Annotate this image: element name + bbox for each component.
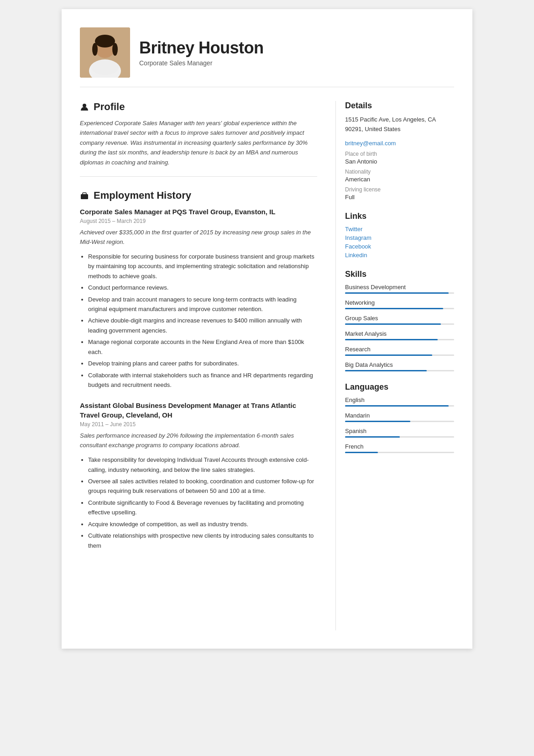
skill-market-analysis: Market Analysis <box>345 330 454 340</box>
svg-point-4 <box>92 43 98 56</box>
skill-bar-fill <box>345 323 441 325</box>
profile-section-title: Profile <box>94 101 125 113</box>
svg-point-6 <box>91 60 119 75</box>
sidebar: Details 1515 Pacific Ave, Los Angeles, C… <box>335 101 454 630</box>
skill-bar-bg <box>345 323 454 325</box>
lang-spanish: Spanish <box>345 428 454 438</box>
skill-name: Networking <box>345 299 454 306</box>
skill-bar-bg <box>345 339 454 340</box>
skill-bar-fill <box>345 339 438 340</box>
svg-rect-9 <box>83 193 86 195</box>
link-twitter[interactable]: Twitter <box>345 226 454 233</box>
skill-big-data-analytics: Big Data Analytics <box>345 361 454 371</box>
employment-section-header: Employment History <box>80 190 317 201</box>
resume-header: Britney Houston Corporate Sales Manager <box>80 27 454 87</box>
candidate-title: Corporate Sales Manager <box>139 59 264 67</box>
skill-research: Research <box>345 346 454 356</box>
lang-bar-bg <box>345 405 454 407</box>
lang-bar-fill <box>345 421 410 422</box>
lang-bar-fill <box>345 405 449 407</box>
lang-bar-fill <box>345 436 400 438</box>
profile-section-header: Profile <box>80 101 317 113</box>
skill-bar-bg <box>345 308 454 309</box>
bullet-item: Manage regional corporate accounts in th… <box>88 337 317 357</box>
skill-bar-fill <box>345 370 427 371</box>
resume-container: Britney Houston Corporate Sales Manager … <box>62 9 472 649</box>
job-entry-2: Assistant Global Business Development Ma… <box>80 401 317 550</box>
bullet-item: Develop and train account managers to se… <box>88 295 317 314</box>
employment-section-title: Employment History <box>94 190 191 201</box>
avatar <box>80 27 130 78</box>
svg-point-5 <box>112 43 118 56</box>
main-content: Profile Experienced Corporate Sales Mana… <box>80 101 335 630</box>
skill-bar-bg <box>345 370 454 371</box>
svg-point-3 <box>95 35 115 48</box>
bullet-item: Responsible for securing business for co… <box>88 252 317 281</box>
lang-bar-bg <box>345 436 454 438</box>
bullet-item: Collaborate with internal stakeholders s… <box>88 370 317 390</box>
bullet-item: Take responsibility for developing Indiv… <box>88 455 317 475</box>
job-entry-1: Corporate Sales Manager at PQS Travel Gr… <box>80 207 317 390</box>
address: 1515 Pacific Ave, Los Angeles, CA 90291,… <box>345 115 454 134</box>
links-section-title: Links <box>345 211 454 221</box>
place-of-birth-value: San Antonio <box>345 158 454 165</box>
skills-section-title: Skills <box>345 270 454 279</box>
bullet-item: Conduct performance reviews. <box>88 283 317 292</box>
job-bullets-1: Responsible for securing business for co… <box>80 252 317 390</box>
lang-mandarin: Mandarin <box>345 412 454 422</box>
skill-bar-fill <box>345 308 443 309</box>
job-bullets-2: Take responsibility for developing Indiv… <box>80 455 317 550</box>
job-date-2: May 2011 – June 2015 <box>80 421 317 428</box>
bullet-item: Cultivate relationships with prospective… <box>88 531 317 550</box>
details-section-title: Details <box>345 101 454 111</box>
avatar-container <box>80 27 130 78</box>
bullet-item: Acquire knowledge of competition, as wel… <box>88 519 317 529</box>
bullet-item: Oversee all sales activities related to … <box>88 476 317 496</box>
job-summary-1: Achieved over $335,000 in the first quar… <box>80 228 317 247</box>
lang-bar-bg <box>345 452 454 453</box>
languages-section-title: Languages <box>345 382 454 392</box>
skill-name: Big Data Analytics <box>345 361 454 368</box>
profile-text: Experienced Corporate Sales Manager with… <box>80 118 317 167</box>
job-title-2: Assistant Global Business Development Ma… <box>80 401 317 420</box>
job-date-1: August 2015 – March 2019 <box>80 218 317 224</box>
details-section: Details 1515 Pacific Ave, Los Angeles, C… <box>345 101 454 201</box>
lang-name: French <box>345 443 454 450</box>
lang-bar-fill <box>345 452 378 453</box>
skills-section: Skills Business Development Networking G… <box>345 270 454 371</box>
link-instagram[interactable]: Instagram <box>345 234 454 241</box>
lang-english: English <box>345 397 454 407</box>
links-section: Links Twitter Instagram Facebook Linkedi… <box>345 211 454 259</box>
place-of-birth-label: Place of birth <box>345 151 454 157</box>
link-linkedin[interactable]: Linkedin <box>345 252 454 259</box>
bullet-item: Contribute significantly to Food & Bever… <box>88 498 317 518</box>
skill-name: Market Analysis <box>345 330 454 337</box>
lang-bar-bg <box>345 421 454 422</box>
skill-bar-fill <box>345 292 449 294</box>
svg-point-7 <box>83 104 86 107</box>
lang-french: French <box>345 443 454 453</box>
candidate-name: Britney Houston <box>139 38 264 58</box>
driving-license-label: Driving license <box>345 186 454 193</box>
lang-name: Spanish <box>345 428 454 434</box>
employment-icon <box>80 191 89 200</box>
skill-bar-bg <box>345 354 454 356</box>
bullet-item: Achieve double-digit margins and increas… <box>88 316 317 335</box>
skill-group-sales: Group Sales <box>345 315 454 325</box>
divider-1 <box>80 176 317 177</box>
skill-networking: Networking <box>345 299 454 309</box>
languages-section: Languages English Mandarin Spanish <box>345 382 454 453</box>
profile-icon <box>80 102 89 111</box>
job-title-1: Corporate Sales Manager at PQS Travel Gr… <box>80 207 317 217</box>
header-text: Britney Houston Corporate Sales Manager <box>139 38 264 67</box>
skill-bar-bg <box>345 292 454 294</box>
skill-bar-fill <box>345 354 432 356</box>
lang-name: English <box>345 397 454 403</box>
email-link[interactable]: britney@email.com <box>345 140 396 147</box>
skill-business-development: Business Development <box>345 284 454 294</box>
nationality-value: American <box>345 176 454 183</box>
skill-name: Research <box>345 346 454 353</box>
link-facebook[interactable]: Facebook <box>345 243 454 250</box>
driving-license-value: Full <box>345 194 454 201</box>
bullet-item: Develop training plans and career paths … <box>88 359 317 368</box>
